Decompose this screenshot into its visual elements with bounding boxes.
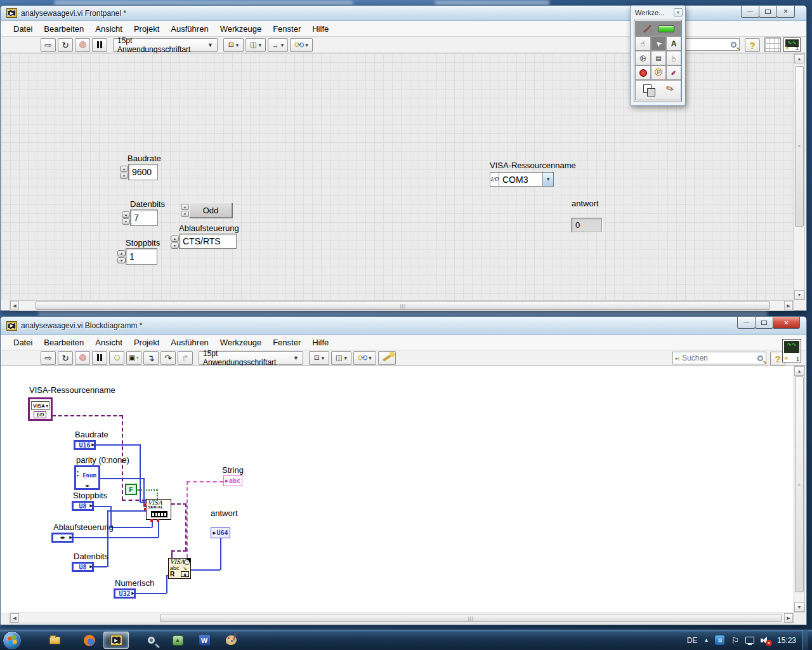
scroll-right-arrow[interactable]: ▶ — [784, 613, 793, 623]
taskbar-item-word[interactable]: W — [192, 632, 217, 649]
tool-shortcut-menu[interactable]: ▤ — [651, 51, 666, 65]
wire-baudrate[interactable] — [95, 444, 140, 446]
scroll-up-arrow[interactable]: ▲ — [794, 54, 804, 63]
wire-visa[interactable] — [171, 550, 187, 552]
wire-numerisch[interactable] — [166, 575, 167, 594]
wire-boolean[interactable] — [136, 489, 157, 491]
tool-position-select[interactable]: ➤ — [651, 36, 666, 51]
taskbar-item-labview[interactable]: ▶ — [103, 632, 129, 649]
distribute-objects-dropdown[interactable]: ◫▾ — [246, 38, 266, 52]
language-indicator[interactable]: DE — [687, 636, 698, 645]
menu-ansicht[interactable]: Ansicht — [89, 24, 128, 34]
search-input[interactable] — [682, 354, 755, 362]
wire-ablaufsteuerung[interactable] — [158, 520, 159, 538]
wire-parity[interactable] — [143, 478, 145, 507]
pause-button[interactable] — [92, 351, 107, 365]
menu-ansicht[interactable]: Ansicht — [89, 338, 128, 347]
wire-antwort[interactable] — [190, 569, 220, 571]
context-help-button[interactable]: ? — [745, 38, 760, 52]
visa-ressourcenname-field[interactable]: COM3 — [499, 172, 543, 187]
visa-read-node[interactable]: 🕐 VISA abc ↘ R ▣ — [168, 558, 191, 579]
stoppbits-spinner[interactable]: ▲▼ — [117, 250, 126, 263]
taskbar-item-search[interactable] — [138, 632, 164, 649]
reorder-dropdown[interactable]: ⟳⟲▾ — [353, 351, 376, 365]
menu-werkzeuge[interactable]: Werkzeuge — [214, 338, 268, 347]
ablaufsteuerung-field[interactable]: CTS/RTS — [179, 234, 237, 249]
close-button[interactable]: ✕ — [776, 6, 795, 18]
scroll-down-arrow[interactable]: ▼ — [794, 602, 804, 612]
step-into-button[interactable]: ↴ — [143, 351, 159, 365]
abort-button[interactable] — [75, 351, 90, 365]
step-over-button[interactable]: ↷ — [160, 351, 176, 365]
menu-projekt[interactable]: Projekt — [128, 338, 165, 347]
close-icon[interactable]: ✕ — [674, 8, 683, 17]
menu-fenster[interactable]: Fenster — [267, 24, 306, 34]
tool-connect-wire[interactable]: ✇ — [635, 51, 651, 65]
step-out-button[interactable]: ↱ — [178, 351, 193, 365]
bd-vscroll-thumb[interactable]: ≡ — [795, 376, 804, 592]
menu-projekt[interactable]: Projekt — [128, 24, 165, 34]
maximize-button[interactable] — [759, 6, 777, 18]
clock[interactable]: 15:23 — [777, 636, 796, 645]
show-desktop-button[interactable] — [802, 630, 808, 650]
taskbar-item-artsoft[interactable]: ▲ — [165, 632, 190, 649]
tool-edit-text[interactable]: A — [666, 36, 681, 51]
baudrate-spinner[interactable]: ▲▼ — [120, 166, 128, 179]
menu-hilfe[interactable]: Hilfe — [306, 24, 334, 34]
antwort-terminal[interactable]: ▶U64 — [211, 527, 230, 538]
taskbar-item-paint[interactable] — [218, 632, 244, 649]
tools-palette[interactable]: Werkze... ✕ ☝ ➤ A ✇ ▤ ☞ Ⓟ ✒ ✎ — [630, 5, 686, 106]
datenbits-terminal[interactable]: U8▶ — [72, 562, 94, 572]
scroll-down-arrow[interactable]: ▼ — [794, 290, 804, 300]
vi-icon[interactable]: ∿∿➤1 — [782, 339, 801, 362]
taskbar-item-firefox[interactable] — [77, 632, 102, 649]
menu-bearbeiten[interactable]: Bearbeiten — [38, 338, 89, 347]
wire-antwort[interactable] — [220, 538, 221, 570]
cleanup-diagram-button[interactable] — [378, 351, 396, 365]
reorder-dropdown[interactable]: ⟳⟲▾ — [290, 38, 313, 52]
tool-set-color[interactable]: ✎ — [635, 80, 681, 100]
wire-ablaufsteuerung[interactable] — [73, 537, 158, 538]
wire-visa[interactable] — [52, 415, 123, 416]
wire-visa[interactable] — [171, 550, 173, 558]
parity-enum-terminal[interactable]: ▲▼ Enum ◀▶ — [74, 465, 100, 490]
font-selector[interactable]: 15pt Anwendungsschriftart▼ — [113, 38, 218, 52]
wire-baudrate[interactable] — [140, 501, 146, 503]
false-constant[interactable]: F — [125, 484, 137, 495]
wire-baudrate[interactable] — [140, 444, 141, 502]
show-hidden-icons[interactable]: ▲ — [704, 637, 709, 643]
wire-boolean[interactable] — [157, 489, 158, 499]
volume-muted-icon[interactable]: ✕ — [761, 636, 771, 645]
visa-configure-serial-node[interactable]: VISA SERIAL — [146, 499, 171, 520]
ablaufsteuerung-terminal[interactable]: ◀▶▶ — [51, 533, 74, 543]
resize-objects-dropdown[interactable]: ↔▾ — [268, 38, 288, 52]
sophos-icon[interactable]: S — [715, 635, 724, 645]
menu-datei[interactable]: Datei — [8, 338, 38, 347]
run-continuous-button[interactable]: ↻ — [58, 351, 73, 365]
tool-operate-value[interactable]: ☝ — [635, 36, 651, 51]
wire-visa[interactable] — [122, 500, 146, 501]
background-color-box[interactable] — [647, 88, 655, 96]
bd-vertical-scrollbar[interactable]: ▲ ≡ ▼ — [794, 366, 805, 613]
parity-enum-control[interactable]: Odd — [189, 202, 232, 218]
search-history-arrow[interactable]: ▸| — [676, 355, 679, 361]
align-objects-dropdown[interactable]: ⊡▾ — [223, 38, 244, 52]
highlight-execution-button[interactable] — [109, 351, 124, 365]
fp-vscroll-thumb[interactable]: ≡ — [795, 66, 804, 227]
menu-bearbeiten[interactable]: Bearbeiten — [38, 24, 89, 34]
tool-probe[interactable]: Ⓟ — [651, 65, 666, 80]
menu-ausfuehren[interactable]: Ausführen — [165, 24, 214, 34]
wire-numerisch[interactable] — [135, 593, 166, 594]
wire-stoppbits[interactable] — [110, 527, 152, 528]
wire-string[interactable] — [187, 481, 223, 482]
ablaufsteuerung-spinner[interactable]: ▲▼ — [171, 235, 179, 249]
fp-hscroll-thumb[interactable]: ||| — [36, 302, 770, 310]
fp-horizontal-scrollbar[interactable]: ◀ ||| ▶ — [10, 300, 794, 311]
start-button[interactable] — [3, 631, 22, 650]
taskbar-item-explorer[interactable] — [42, 632, 67, 649]
menu-datei[interactable]: Datei — [8, 24, 38, 34]
run-button[interactable]: ⇨ — [41, 38, 56, 52]
run-continuous-button[interactable]: ↻ — [58, 38, 73, 52]
string-terminal[interactable]: ▶abc — [223, 475, 242, 486]
numerisch-terminal[interactable]: U32▶ — [114, 588, 136, 599]
